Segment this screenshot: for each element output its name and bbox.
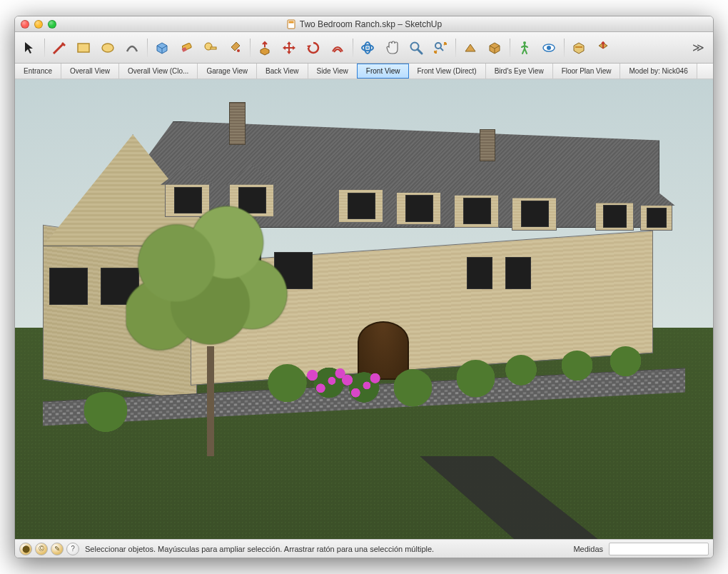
minimize-window-button[interactable] <box>34 20 43 29</box>
dormer <box>229 182 274 217</box>
dormer <box>454 193 499 228</box>
rotate-tool[interactable] <box>302 36 325 59</box>
window <box>505 257 531 289</box>
bush <box>455 360 497 406</box>
orbit-tool[interactable] <box>356 36 379 59</box>
geo-location-button[interactable]: ⬤ <box>19 543 32 555</box>
window <box>49 268 88 305</box>
dormer <box>512 196 557 231</box>
select-tool[interactable] <box>18 36 41 59</box>
svg-rect-1 <box>288 21 293 23</box>
dormer <box>338 188 383 223</box>
bush <box>560 351 595 388</box>
scene-tab-front-view-direct[interactable]: Front View (Direct) <box>408 64 485 79</box>
app-window: Two Bedroom Ranch.skp – SketchUp <box>14 16 714 558</box>
scene-tab-label: Overall View (Clo... <box>128 67 188 75</box>
svg-rect-17 <box>575 46 582 48</box>
scene-tab-overall-view[interactable]: Overall View <box>61 64 119 79</box>
scene-tab-label: Overall View <box>70 67 110 75</box>
dormer <box>595 201 634 231</box>
get-photo-texture-tool[interactable] <box>592 36 615 59</box>
scene-tab-entrance[interactable]: Entrance <box>15 64 61 79</box>
status-bar: ⬤ © ✎ ? Seleccionar objetos. Mayúsculas … <box>15 539 713 558</box>
paint-bucket-tool[interactable] <box>223 36 246 59</box>
scene-tab-front-view[interactable]: Front View <box>357 64 410 79</box>
measurements-input[interactable] <box>609 543 709 555</box>
bush <box>392 369 434 415</box>
dormer <box>165 182 210 217</box>
svg-point-11 <box>366 46 369 49</box>
chimney <box>229 102 245 145</box>
scene-tab-overall-view-close[interactable]: Overall View (Clo... <box>119 64 198 79</box>
measurements-label: Medidas <box>573 545 603 553</box>
svg-rect-7 <box>211 47 216 49</box>
pan-tool[interactable] <box>380 36 403 59</box>
scene-tab-label: Entrance <box>24 67 52 75</box>
flowers <box>336 369 392 406</box>
scene-tab-label: Garage View <box>206 67 248 75</box>
scene-tabs: Entrance Overall View Overall View (Clo.… <box>15 64 713 79</box>
scene-tab-floor-plan-view[interactable]: Floor Plan View <box>553 64 621 79</box>
tape-measure-tool[interactable] <box>199 36 222 59</box>
model-viewport[interactable] <box>15 79 713 539</box>
dormer <box>396 191 441 226</box>
credits-button[interactable]: © <box>35 543 48 555</box>
svg-point-13 <box>435 43 441 49</box>
section-plane-tool[interactable] <box>567 36 590 59</box>
scene-tab-model-by[interactable]: Model by: Nick046 <box>620 64 697 79</box>
window <box>274 252 313 289</box>
scene-tab-side-view[interactable]: Side View <box>308 64 358 79</box>
scene-tab-label: Model by: Nick046 <box>629 67 687 75</box>
get-models-tool[interactable] <box>483 36 506 59</box>
svg-point-16 <box>547 46 551 50</box>
scene-tab-label: Bird's Eye View <box>495 67 544 75</box>
make-component-tool[interactable] <box>151 36 173 59</box>
window <box>467 257 492 289</box>
claim-credit-button[interactable]: ✎ <box>51 543 64 555</box>
svg-rect-0 <box>288 20 295 29</box>
window-title: Two Bedroom Ranch.skp – SketchUp <box>15 19 713 29</box>
zoom-window-button[interactable] <box>48 20 56 29</box>
close-window-button[interactable] <box>21 20 29 29</box>
push-pull-tool[interactable] <box>253 36 276 59</box>
toolbar-overflow-button[interactable]: ≫ <box>687 41 710 54</box>
help-button[interactable]: ? <box>66 543 79 555</box>
scene-tab-label: Floor Plan View <box>562 67 612 75</box>
circle-tool[interactable] <box>96 36 119 59</box>
look-around-tool[interactable] <box>537 36 560 59</box>
scene-tab-label: Back View <box>266 67 299 75</box>
scene-tab-garage-view[interactable]: Garage View <box>198 64 257 79</box>
window <box>101 268 139 305</box>
main-toolbar: ≫ <box>15 32 713 64</box>
bush <box>608 346 643 383</box>
add-location-tool[interactable] <box>459 36 482 59</box>
offset-tool[interactable] <box>326 36 349 59</box>
zoom-tool[interactable] <box>405 36 428 59</box>
window-title-text: Two Bedroom Ranch.skp – SketchUp <box>300 19 442 29</box>
file-icon <box>286 19 296 29</box>
status-hint-text: Seleccionar objetos. Mayúsculas para amp… <box>85 545 570 553</box>
scene-tab-label: Side View <box>317 67 348 75</box>
rectangle-tool[interactable] <box>72 36 95 59</box>
chimney <box>480 129 495 161</box>
arc-tool[interactable] <box>121 36 143 59</box>
eraser-tool[interactable] <box>175 36 198 59</box>
titlebar: Two Bedroom Ranch.skp – SketchUp <box>15 16 713 32</box>
svg-point-3 <box>102 44 113 52</box>
bush <box>504 355 539 392</box>
side-wall <box>43 225 197 401</box>
scene-tab-birds-eye-view[interactable]: Bird's Eye View <box>486 64 553 79</box>
bush <box>78 392 133 438</box>
move-tool[interactable] <box>278 36 300 59</box>
window <box>223 252 261 289</box>
line-tool[interactable] <box>48 36 71 59</box>
scene-tab-label: Front View (Direct) <box>417 67 476 75</box>
scene-tab-back-view[interactable]: Back View <box>257 64 308 79</box>
svg-point-8 <box>237 49 240 52</box>
zoom-extents-tool[interactable] <box>429 36 452 59</box>
window-controls <box>15 20 56 29</box>
svg-rect-2 <box>78 44 89 52</box>
walk-tool[interactable] <box>513 36 536 59</box>
dormer <box>640 203 672 230</box>
scene-tab-label: Front View <box>366 67 400 75</box>
